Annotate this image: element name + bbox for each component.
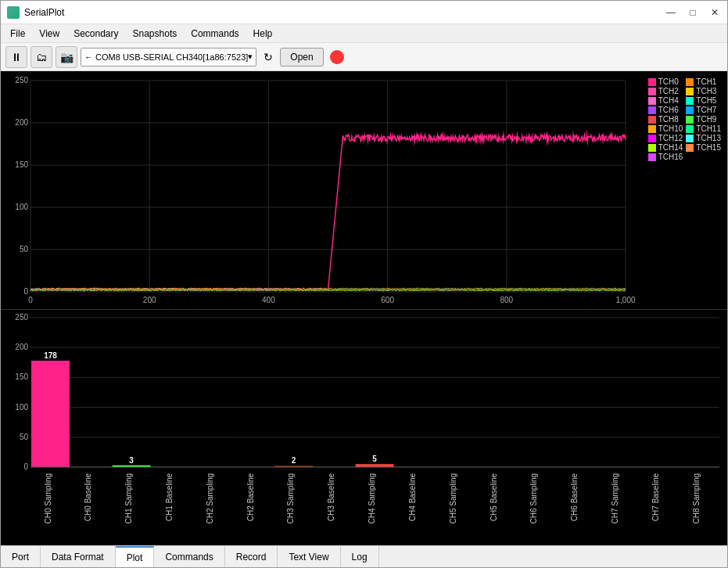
legend-item: TCH9	[686, 115, 721, 124]
legend-color	[648, 97, 656, 105]
menu-bar: File View Secondary Snapshots Commands H…	[1, 24, 727, 43]
legend-label: TCH16	[658, 153, 683, 161]
legend-color	[686, 144, 694, 152]
legend-label: TCH1	[696, 77, 716, 86]
legend-item: TCH2	[648, 87, 683, 95]
minimize-button[interactable]: —	[665, 7, 677, 18]
legend-color	[648, 78, 656, 86]
toolbar: ⏸ 🗂 📷 ← COM8 USB-SERIAL CH340[1a86:7523]…	[1, 43, 727, 71]
open-port-button[interactable]: Open	[280, 48, 323, 67]
status-tab-record[interactable]: Record	[225, 546, 278, 567]
menu-commands[interactable]: Commands	[185, 27, 245, 41]
status-tab-data-format[interactable]: Data Format	[41, 546, 116, 567]
bottom-chart-canvas	[1, 310, 727, 545]
maximize-button[interactable]: □	[687, 7, 699, 18]
chart-legend: TCH0TCH1TCH2TCH3TCH4TCH5TCH6TCH7TCH8TCH9…	[648, 77, 721, 161]
legend-color	[648, 144, 656, 152]
camera-icon: 📷	[60, 51, 74, 63]
window-controls: — □ ✕	[665, 7, 721, 18]
status-tab-text-view[interactable]: Text View	[278, 546, 340, 567]
legend-label: TCH8	[658, 115, 679, 124]
legend-label: TCH11	[696, 124, 721, 133]
top-chart: TCH0TCH1TCH2TCH3TCH4TCH5TCH6TCH7TCH8TCH9…	[1, 71, 727, 310]
legend-item: TCH0	[648, 77, 683, 86]
legend-label: TCH9	[696, 115, 716, 124]
legend-item: TCH7	[686, 106, 721, 114]
legend-label: TCH5	[696, 96, 716, 105]
status-tab-commands[interactable]: Commands	[154, 546, 224, 567]
app-icon	[7, 6, 20, 19]
top-chart-canvas	[1, 71, 727, 309]
legend-label: TCH10	[658, 124, 683, 133]
refresh-button[interactable]: ↻	[260, 49, 277, 66]
legend-color	[686, 97, 694, 105]
legend-label: TCH4	[658, 96, 679, 105]
record-button[interactable]	[330, 50, 344, 64]
legend-color	[648, 106, 656, 114]
pause-button[interactable]: ⏸	[5, 46, 27, 68]
legend-item: TCH3	[686, 87, 721, 95]
legend-label: TCH13	[696, 134, 721, 142]
legend-color	[648, 116, 656, 124]
title-bar: SerialPlot — □ ✕	[1, 1, 727, 24]
legend-item: TCH12	[648, 134, 683, 142]
legend-label: TCH14	[658, 143, 683, 152]
pause-icon: ⏸	[11, 51, 22, 63]
menu-secondary[interactable]: Secondary	[67, 27, 124, 41]
tool-btn-2[interactable]: 🗂	[30, 46, 52, 68]
legend-color	[648, 125, 656, 133]
legend-label: TCH0	[658, 77, 679, 86]
status-tab-port[interactable]: Port	[1, 546, 41, 567]
legend-color	[686, 78, 694, 86]
legend-color	[648, 153, 656, 161]
menu-view[interactable]: View	[33, 27, 66, 41]
legend-item: TCH5	[686, 96, 721, 105]
legend-color	[686, 106, 694, 114]
folder-icon: 🗂	[36, 51, 47, 63]
refresh-icon: ↻	[264, 51, 273, 63]
legend-item: TCH6	[648, 106, 683, 114]
legend-label: TCH12	[658, 134, 683, 142]
port-selector[interactable]: ← COM8 USB-SERIAL CH340[1a86:7523] ▾	[81, 48, 256, 67]
tool-btn-3[interactable]: 📷	[56, 46, 77, 68]
legend-item: TCH15	[686, 143, 721, 152]
close-button[interactable]: ✕	[708, 7, 721, 18]
dropdown-icon: ▾	[248, 52, 253, 62]
legend-item: TCH14	[648, 143, 683, 152]
status-bar: PortData FormatPlotCommandsRecordText Vi…	[1, 545, 727, 567]
title-bar-left: SerialPlot	[7, 6, 64, 19]
legend-item: TCH10	[648, 124, 683, 133]
legend-item: TCH16	[648, 153, 683, 161]
legend-color	[686, 88, 694, 95]
legend-item: TCH13	[686, 134, 721, 142]
main-window: SerialPlot — □ ✕ File View Secondary Sna…	[0, 0, 728, 568]
menu-file[interactable]: File	[4, 27, 31, 41]
legend-color	[648, 135, 656, 142]
legend-item: TCH1	[686, 77, 721, 86]
legend-label: TCH15	[696, 143, 721, 152]
port-value: ← COM8 USB-SERIAL CH340[1a86:7523]	[84, 52, 248, 62]
status-tab-log[interactable]: Log	[341, 546, 379, 567]
legend-item: TCH11	[686, 124, 721, 133]
legend-label: TCH7	[696, 106, 716, 114]
legend-label: TCH2	[658, 87, 679, 95]
menu-help[interactable]: Help	[247, 27, 279, 41]
menu-snapshots[interactable]: Snapshots	[127, 27, 184, 41]
window-title: SerialPlot	[24, 7, 64, 18]
bottom-chart	[1, 310, 727, 545]
legend-label: TCH6	[658, 106, 679, 114]
legend-color	[686, 116, 694, 124]
charts-area: TCH0TCH1TCH2TCH3TCH4TCH5TCH6TCH7TCH8TCH9…	[1, 71, 727, 545]
legend-item: TCH4	[648, 96, 683, 105]
status-tab-plot[interactable]: Plot	[116, 546, 155, 567]
legend-color	[686, 125, 694, 133]
legend-label: TCH3	[696, 87, 716, 95]
legend-item: TCH8	[648, 115, 683, 124]
legend-color	[648, 88, 656, 95]
legend-color	[686, 135, 694, 142]
